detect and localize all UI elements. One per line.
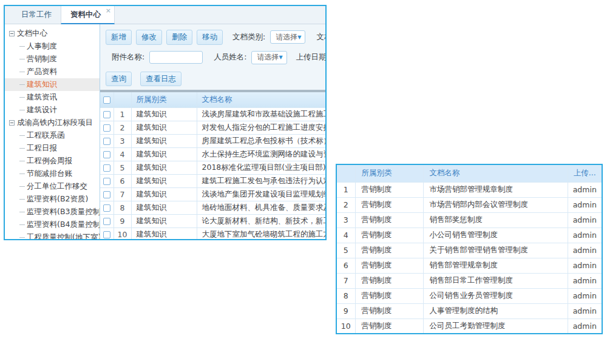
row-checkbox-cell[interactable]	[100, 107, 114, 121]
tree-item-label: 产品资料	[27, 67, 57, 77]
doc-table-row[interactable]: 8建筑知识地砖地面材料、机具准备、质量要求及...	[100, 201, 325, 214]
detail-table-row[interactable]: 4营销制度小公司销售管理制度admin	[337, 228, 602, 243]
row-checkbox-cell[interactable]	[100, 161, 114, 174]
select-all-checkbox[interactable]	[103, 96, 110, 104]
doc-table-row[interactable]: 5建筑知识2018标准化监理项目部(业主项目部)人员...	[100, 161, 325, 174]
move-button[interactable]: 移动	[197, 30, 223, 45]
row-checkbox[interactable]	[103, 111, 110, 118]
detail-table-row[interactable]: 8营销制度公司销售业务员管理制度admin	[337, 288, 602, 303]
row-checkbox[interactable]	[103, 231, 110, 238]
tree-collapse-icon[interactable]	[9, 120, 15, 126]
row-category: 建筑知识	[131, 134, 197, 147]
doc-table-row[interactable]: 1建筑知识浅谈房屋建筑和市政基础设施工程施工...	[100, 107, 325, 121]
row-doc-name: 销售部日常工作管理制度	[423, 273, 568, 288]
row-doc-name: 公司员工考勤管理制度	[423, 318, 568, 334]
select-all-cell[interactable]	[100, 92, 114, 107]
row-doc-name: 市场营销部内部会议管理制度	[423, 197, 568, 212]
row-checkbox-cell[interactable]	[100, 228, 114, 240]
doc-category-select[interactable]: 请选择 ▼	[270, 30, 305, 44]
row-checkbox-cell[interactable]	[100, 134, 114, 147]
detail-table-row[interactable]: 9营销制度人事管理制度的结构admin	[337, 303, 602, 318]
doc-table-row[interactable]: 9建筑知识论大厦新材料、新结构、新技术，新工...	[100, 214, 325, 228]
row-checkbox[interactable]	[103, 164, 110, 172]
detail-table-row[interactable]: 5营销制度关于销售部管理销售管理制度admin	[337, 243, 602, 258]
row-checkbox[interactable]	[103, 151, 110, 158]
row-category: 建筑知识	[131, 161, 197, 174]
tree-item[interactable]: 监理资料(B3质量控制)	[5, 206, 100, 218]
edit-button[interactable]: 修改	[136, 30, 162, 45]
row-checkbox[interactable]	[103, 218, 110, 225]
tree-item[interactable]: 营销制度	[5, 53, 100, 66]
attachment-name-label: 附件名称:	[112, 52, 144, 62]
row-checkbox-cell[interactable]	[100, 174, 114, 187]
add-button[interactable]: 新增	[106, 30, 132, 45]
row-doc-name: 浅谈房屋建筑和市政基础设施工程施工...	[197, 107, 325, 121]
tree-item[interactable]: 建筑设计	[5, 104, 100, 116]
tree-item[interactable]: 工程联系函	[5, 129, 100, 142]
tree-item[interactable]: 人事制度	[5, 40, 100, 53]
tree-item[interactable]: 监理资料(B4质量控制)	[5, 218, 100, 231]
tree-collapse-icon[interactable]	[9, 31, 15, 36]
row-number: 1	[114, 107, 131, 121]
view-log-button[interactable]: 查看日志	[140, 72, 181, 87]
row-number: 7	[337, 273, 355, 288]
sidebar-tree: 文档中心人事制度营销制度产品资料建筑知识建筑资讯建筑设计成渝高铁内江标段项目工程…	[5, 24, 100, 240]
detail-table-row[interactable]: 2营销制度市场营销部内部会议管理制度admin	[337, 197, 602, 212]
doc-table-row[interactable]: 10建筑知识大厦地下室加气砼墙砌筑工程的施工方...	[100, 228, 325, 240]
tree-item[interactable]: 工程质量控制(地下室)	[5, 231, 100, 240]
row-checkbox-cell[interactable]	[100, 187, 114, 201]
tree-item[interactable]: 建筑知识	[5, 78, 100, 91]
row-checkbox[interactable]	[103, 124, 110, 132]
row-checkbox-cell[interactable]	[100, 121, 114, 134]
doc-table-row[interactable]: 6建筑知识建筑工程施工发包与承包违法行为认定...	[100, 174, 325, 187]
row-checkbox[interactable]	[103, 178, 110, 185]
chevron-down-icon: ▼	[279, 55, 282, 60]
tree-connector-icon	[19, 135, 25, 136]
doc-table-row[interactable]: 3建筑知识房屋建筑工程总承包投标书（技术标）...	[100, 134, 325, 147]
tree-item[interactable]: 产品资料	[5, 66, 100, 78]
detail-table-row[interactable]: 7营销制度销售部日常工作管理制度admin	[337, 273, 602, 288]
row-checkbox[interactable]	[103, 191, 110, 198]
upload-date-label-clipped: 上传日期	[296, 52, 325, 62]
attachment-name-input[interactable]	[149, 51, 203, 64]
detail-table-row[interactable]: 1营销制度市场营销部管理规章制度admin	[337, 182, 602, 197]
tab-close-icon[interactable]: ×	[106, 8, 111, 14]
row-number: 2	[337, 197, 355, 212]
tree-item[interactable]: 监理资料(B2资质)	[5, 193, 100, 206]
row-number: 2	[114, 121, 131, 134]
doc-table-row[interactable]: 2建筑知识对发包人指定分包的工程施工进度安排...	[100, 121, 325, 134]
row-checkbox-cell[interactable]	[100, 214, 114, 228]
detail-table-row[interactable]: 6营销制度销售部管理规章制度admin	[337, 258, 602, 273]
person-name-value: 请选择	[257, 52, 279, 62]
doc-table-header-row: 所属别类 文档名称	[100, 92, 325, 107]
row-uploader: admin	[568, 243, 602, 258]
tab-daily-work[interactable]: 日常工作	[12, 6, 61, 24]
doc-table-row[interactable]: 4建筑知识水土保持生态环境监测网络的建设与资...	[100, 147, 325, 161]
tab-data-center[interactable]: 资料中心 ×	[61, 6, 115, 24]
tree-item[interactable]: 工程例会周报	[5, 155, 100, 167]
tree-item[interactable]: 文档中心	[5, 27, 100, 40]
query-button[interactable]: 查询	[106, 72, 132, 87]
tree-item[interactable]: 成渝高铁内江标段项目	[5, 116, 100, 129]
delete-button[interactable]: 删除	[166, 30, 192, 45]
tree-item-label: 分工单位工作移交	[27, 181, 87, 192]
row-uploader: admin	[568, 288, 602, 303]
doc-table-container: 所属别类 文档名称 1建筑知识浅谈房屋建筑和市政基础设施工程施工...2建筑知识…	[100, 90, 325, 240]
row-category: 营销制度	[355, 228, 423, 243]
tree-item[interactable]: 工程日报	[5, 142, 100, 155]
tree-connector-icon	[19, 148, 25, 149]
row-doc-name: 公司销售业务员管理制度	[423, 288, 568, 303]
row-doc-name: 销售部管理规章制度	[423, 258, 568, 273]
tree-item[interactable]: 节能减排台账	[5, 167, 100, 180]
tree-item[interactable]: 分工单位工作移交	[5, 180, 100, 193]
row-checkbox[interactable]	[103, 204, 110, 212]
detail-table-row[interactable]: 10营销制度公司员工考勤管理制度admin	[337, 318, 602, 334]
doc-table-row[interactable]: 7建筑知识浅谈地产集团开发建设项目监理规划编...	[100, 187, 325, 201]
row-checkbox[interactable]	[103, 138, 110, 145]
row-checkbox-cell[interactable]	[100, 201, 114, 214]
row-checkbox-cell[interactable]	[100, 147, 114, 161]
detail-table-row[interactable]: 3营销制度销售部奖惩制度admin	[337, 212, 602, 228]
tree-item[interactable]: 建筑资讯	[5, 91, 100, 104]
row-category: 营销制度	[355, 273, 423, 288]
person-name-select[interactable]: 请选择 ▼	[251, 51, 287, 64]
